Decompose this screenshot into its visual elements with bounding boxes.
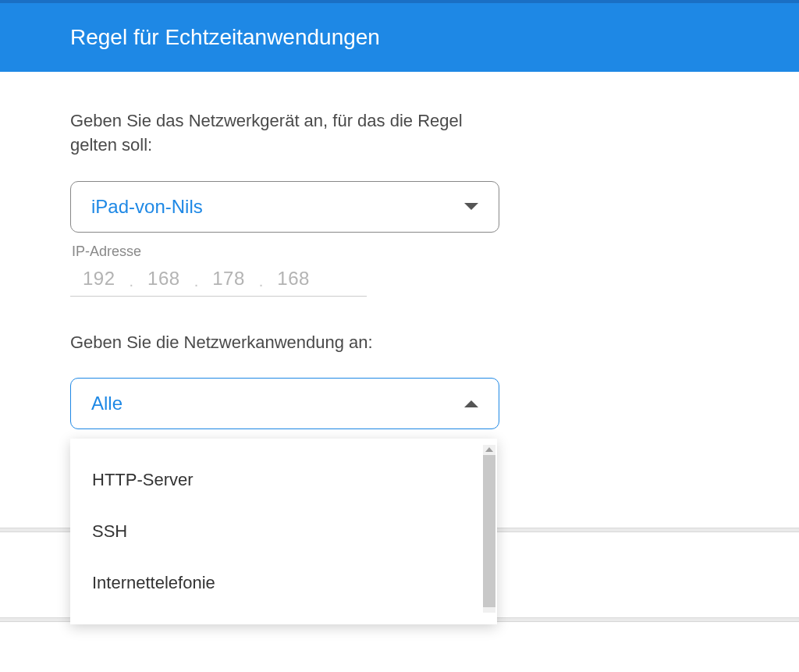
- dropdown-scrollbar[interactable]: [483, 445, 495, 613]
- application-instruction: Geben Sie die Netzwerkanwendung an:: [70, 331, 476, 355]
- dialog-title: Regel für Echtzeitanwendungen: [70, 25, 380, 49]
- device-select[interactable]: iPad-von-Nils: [70, 181, 499, 233]
- application-dropdown-list: HTTP-Server SSH Internettelefonie: [70, 439, 497, 624]
- ip-address-label: IP-Adresse: [72, 244, 546, 260]
- chevron-up-icon: [464, 400, 478, 407]
- application-select[interactable]: Alle: [70, 378, 499, 429]
- application-option-ssh[interactable]: SSH: [70, 506, 497, 557]
- ip-separator: .: [250, 272, 273, 290]
- ip-address-field[interactable]: 192 . 168 . 178 . 168: [70, 266, 367, 297]
- device-select-value: iPad-von-Nils: [91, 196, 203, 218]
- application-option-internettelefonie[interactable]: Internettelefonie: [70, 557, 497, 609]
- application-select-value: Alle: [91, 393, 123, 414]
- ip-octet-1: 192: [83, 268, 115, 290]
- ip-octet-4: 168: [277, 268, 310, 290]
- ip-octet-2: 168: [147, 268, 180, 290]
- device-instruction: Geben Sie das Netzwerkgerät an, für das …: [70, 109, 476, 158]
- chevron-down-icon: [464, 203, 478, 210]
- application-option-http-server[interactable]: HTTP-Server: [70, 454, 497, 506]
- scrollbar-up-arrow-icon: [485, 447, 493, 452]
- ip-separator: .: [120, 272, 144, 290]
- dialog-content: Geben Sie das Netzwerkgerät an, für das …: [0, 72, 546, 429]
- dialog-header: Regel für Echtzeitanwendungen: [0, 3, 799, 72]
- ip-octet-3: 178: [212, 268, 245, 290]
- ip-separator: .: [185, 272, 208, 290]
- scrollbar-thumb[interactable]: [483, 455, 495, 607]
